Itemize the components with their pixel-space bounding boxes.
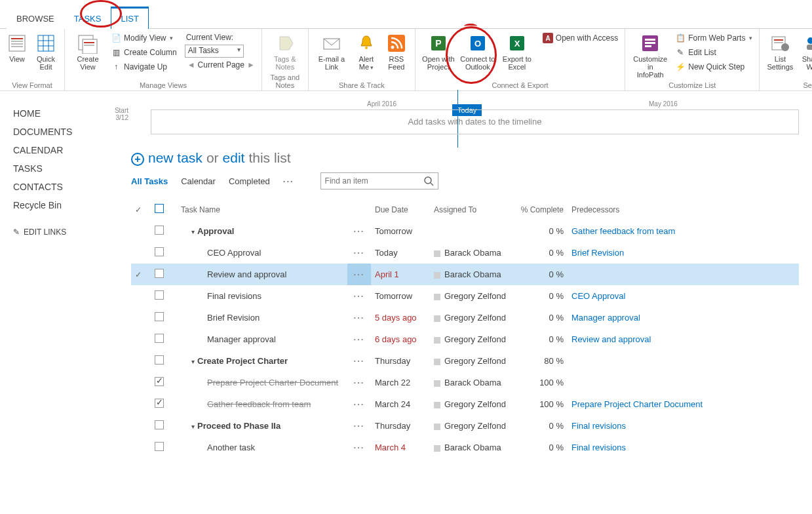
task-name-cell[interactable]: ▾Create Project Charter [177, 350, 347, 372]
row-menu-icon[interactable]: ··· [347, 307, 371, 328]
alert-me-button[interactable]: Alert Me▾ [352, 31, 381, 72]
table-row[interactable]: Manager approval···6 days agoGregory Zel… [131, 328, 799, 350]
table-row[interactable]: ▾Proceed to Phase IIa···ThursdayGregory … [131, 415, 799, 437]
row-menu-icon[interactable]: ··· [347, 220, 371, 242]
row-menu-icon[interactable]: ··· [347, 285, 371, 307]
col-predecessors[interactable]: Predecessors [568, 199, 799, 220]
row-menu-icon[interactable]: ··· [347, 372, 371, 393]
sidebar-item-recycle-bin[interactable]: Recycle Bin [13, 196, 118, 214]
row-checkbox[interactable] [155, 334, 164, 343]
search-box[interactable] [320, 172, 438, 189]
row-checkbox[interactable] [155, 226, 164, 235]
row-checkbox[interactable] [155, 290, 164, 300]
row-checkbox[interactable] [155, 247, 164, 256]
open-with-access-button[interactable]: AOpen with Access [540, 31, 621, 45]
task-name-cell[interactable]: Prepare Project Charter Document [177, 372, 347, 393]
customize-infopath-button[interactable]: Customize in InfoPath [629, 31, 671, 80]
edit-list-button[interactable]: ✎Edit List [672, 46, 755, 59]
expand-icon[interactable]: ▾ [191, 423, 195, 430]
new-quick-step-button[interactable]: ⚡New Quick Step [672, 60, 755, 73]
predecessor-link[interactable]: Final revisions [571, 421, 626, 431]
predecessor-link[interactable]: Gather feedback from team [571, 226, 675, 236]
table-row[interactable]: Gather feedback from team···March 24Greg… [131, 393, 799, 415]
shared-with-button[interactable]: Shared With [798, 31, 812, 72]
row-menu-icon[interactable]: ··· [347, 437, 371, 458]
table-row[interactable]: CEO Approval···TodayBarack Obama0 %Brief… [131, 242, 799, 264]
row-menu-icon[interactable]: ··· [347, 328, 371, 350]
table-row[interactable]: ▾Approval···Tomorrow0 %Gather feedback f… [131, 220, 799, 242]
row-checkbox[interactable] [155, 269, 164, 278]
select-all-checkbox[interactable] [155, 204, 164, 213]
row-checkbox[interactable] [155, 442, 164, 451]
navigate-up-button[interactable]: ↑Navigate Up [108, 60, 180, 73]
predecessor-link[interactable]: Review and approval [571, 334, 651, 344]
row-menu-icon[interactable]: ··· [347, 350, 371, 372]
task-name-cell[interactable]: Final revisions [177, 285, 347, 307]
sidebar-item-calendar[interactable]: CALENDAR [13, 141, 118, 159]
task-name-cell[interactable]: CEO Approval [177, 242, 347, 264]
task-name-cell[interactable]: Manager approval [177, 328, 347, 350]
task-name-cell[interactable]: ▾Approval [177, 220, 347, 242]
tab-tasks[interactable]: TASKS [64, 8, 111, 29]
current-page-nav[interactable]: ◄Current Page► [185, 59, 258, 71]
table-row[interactable]: ▾Create Project Charter···ThursdayGregor… [131, 350, 799, 372]
task-name-cell[interactable]: Another task [177, 437, 347, 458]
row-checkbox[interactable] [155, 377, 164, 386]
sidebar-item-documents[interactable]: DOCUMENTS [13, 123, 118, 141]
form-web-parts-button[interactable]: 📋Form Web Parts▾ [672, 31, 755, 45]
col-assigned-to[interactable]: Assigned To [430, 199, 515, 220]
sidebar-item-contacts[interactable]: CONTACTS [13, 178, 118, 196]
timeline-bar[interactable]: Add tasks with dates to the timeline [151, 109, 799, 134]
row-checkbox[interactable] [155, 312, 164, 321]
tab-list[interactable]: LIST [111, 7, 148, 29]
predecessor-link[interactable]: Prepare Project Charter Document [571, 399, 703, 409]
row-menu-icon[interactable]: ··· [347, 242, 371, 264]
export-to-excel-button[interactable]: X Export to Excel [498, 31, 536, 72]
task-name-cell[interactable]: Gather feedback from team [177, 393, 347, 415]
task-name-cell[interactable]: ▾Proceed to Phase IIa [177, 415, 347, 437]
row-checkbox[interactable] [155, 355, 164, 365]
view-tab-completed[interactable]: Completed [229, 176, 270, 186]
modify-view-button[interactable]: 📄Modify View▾ [108, 31, 180, 45]
expand-icon[interactable]: ▾ [191, 228, 195, 235]
list-settings-button[interactable]: List Settings [764, 31, 796, 72]
email-link-button[interactable]: E-mail a Link [313, 31, 351, 72]
edit-list-link[interactable]: edit [223, 150, 245, 166]
predecessor-link[interactable]: Final revisions [571, 443, 626, 452]
row-menu-icon[interactable]: ··· [347, 415, 371, 437]
predecessor-link[interactable]: Manager approval [571, 313, 640, 323]
table-row[interactable]: Another task···March 4Barack Obama0 %Fin… [131, 437, 799, 458]
new-task-link[interactable]: new task [148, 150, 203, 166]
table-row[interactable]: ✓Review and approval···April 1Barack Oba… [131, 264, 799, 285]
sidebar-item-tasks[interactable]: TASKS [13, 159, 118, 178]
view-tab-all-tasks[interactable]: All Tasks [131, 176, 168, 186]
col-task-name[interactable]: Task Name [177, 199, 347, 220]
expand-icon[interactable]: ▾ [191, 358, 195, 365]
search-icon[interactable] [423, 176, 434, 186]
view-tab-calendar[interactable]: Calendar [181, 176, 216, 186]
connect-outlook-button[interactable]: O Connect to Outlook [459, 31, 497, 72]
search-input[interactable] [325, 176, 423, 186]
task-name-cell[interactable]: Review and approval [177, 264, 347, 285]
edit-links-button[interactable]: ✎ EDIT LINKS [13, 227, 118, 237]
predecessor-link[interactable]: CEO Approval [571, 291, 625, 301]
view-button[interactable]: View [4, 31, 30, 64]
row-menu-icon[interactable]: ··· [347, 264, 371, 285]
tab-browse[interactable]: BROWSE [7, 8, 64, 29]
rss-feed-button[interactable]: RSS Feed [382, 31, 411, 72]
sidebar-item-home[interactable]: HOME [13, 104, 118, 123]
table-row[interactable]: Brief Revision···5 days agoGregory Zelfo… [131, 307, 799, 328]
col-pct-complete[interactable]: % Complete [515, 199, 568, 220]
view-tab-more-icon[interactable]: ··· [283, 176, 294, 186]
table-row[interactable]: Final revisions···TomorrowGregory Zelfon… [131, 285, 799, 307]
open-with-project-button[interactable]: P Open with Project [419, 31, 457, 72]
create-view-button[interactable]: Create View [69, 31, 107, 72]
table-row[interactable]: Prepare Project Charter Document···March… [131, 372, 799, 393]
tags-notes-button[interactable]: Tags & Notes [266, 31, 304, 72]
predecessor-link[interactable]: Brief Revision [571, 248, 624, 258]
row-menu-icon[interactable]: ··· [347, 393, 371, 415]
row-checkbox[interactable] [155, 420, 164, 429]
current-view-select[interactable]: All Tasks [185, 45, 244, 58]
add-icon[interactable]: + [131, 153, 144, 166]
quick-edit-button[interactable]: Quick Edit [31, 31, 60, 72]
